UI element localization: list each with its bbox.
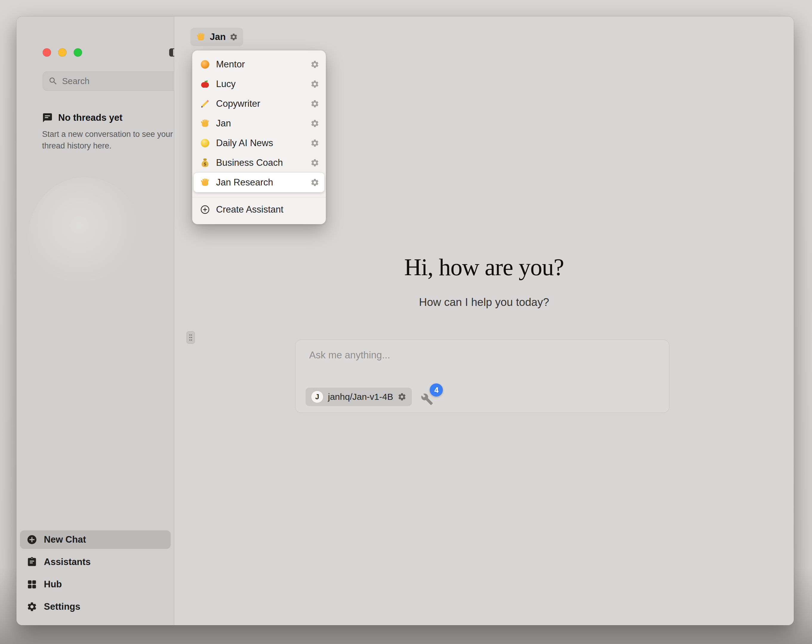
gear-icon xyxy=(229,33,238,41)
assistant-menu-item-jan-research[interactable]: Jan Research xyxy=(194,173,324,192)
window-controls xyxy=(43,48,82,57)
yellow-circle-icon xyxy=(200,138,210,148)
model-settings-icon[interactable] xyxy=(397,392,406,401)
pencil-icon xyxy=(200,99,210,109)
nav-label: Settings xyxy=(44,601,80,612)
sidebar-nav: New Chat Assistants Hub xyxy=(20,530,171,616)
svg-text:$: $ xyxy=(203,162,206,166)
greeting-subtitle: How can I help you today? xyxy=(174,296,794,309)
sidebar: No threads yet Start a new conversation … xyxy=(17,17,174,625)
chat-input[interactable] xyxy=(309,349,655,370)
create-assistant-button[interactable]: Create Assistant xyxy=(192,200,326,219)
create-assistant-label: Create Assistant xyxy=(216,204,319,215)
wave-icon xyxy=(196,32,206,42)
sidebar-item-assistants[interactable]: Assistants xyxy=(20,553,171,571)
chat-composer: J janhq/Jan-v1-4B 4 xyxy=(295,340,669,413)
apple-icon xyxy=(200,79,210,89)
nav-label: Hub xyxy=(44,579,62,590)
assistant-menu-item-jan[interactable]: Jan xyxy=(192,114,326,133)
nav-label: New Chat xyxy=(44,534,86,545)
assistant-menu-label: Jan Research xyxy=(216,177,304,188)
sidebar-item-hub[interactable]: Hub xyxy=(20,575,171,594)
tools-button[interactable]: 4 xyxy=(421,388,438,405)
assistant-menu-item-lucy[interactable]: Lucy xyxy=(192,74,326,94)
model-name: janhq/Jan-v1-4B xyxy=(328,392,393,402)
assistant-menu: Mentor Lucy xyxy=(192,50,326,224)
assistant-selector-label: Jan xyxy=(210,32,226,42)
assistant-menu-label: Copywriter xyxy=(216,98,304,109)
model-avatar: J xyxy=(311,391,324,403)
orange-circle-icon xyxy=(200,59,210,70)
main-area: Jan Mentor Lucy xyxy=(174,17,794,625)
clipboard-icon xyxy=(27,557,37,567)
sidebar-resize-handle[interactable] xyxy=(186,331,195,344)
assistant-settings-icon[interactable] xyxy=(310,119,319,128)
empty-state-description: Start a new conversation to see your thr… xyxy=(42,128,176,152)
plus-circle-icon xyxy=(27,534,37,545)
assistant-menu-label: Lucy xyxy=(216,79,304,90)
grid-icon xyxy=(27,579,37,590)
tools-count-badge: 4 xyxy=(430,384,443,397)
empty-state-title: No threads yet xyxy=(58,113,122,123)
model-selector-button[interactable]: J janhq/Jan-v1-4B xyxy=(305,388,412,406)
wrench-icon xyxy=(421,393,433,405)
gear-icon xyxy=(27,601,37,612)
sidebar-item-new-chat[interactable]: New Chat xyxy=(20,530,171,549)
assistant-settings-icon[interactable] xyxy=(310,60,319,69)
assistant-menu-item-daily-ai-news[interactable]: Daily AI News xyxy=(192,133,326,153)
assistant-menu-label: Business Coach xyxy=(216,157,304,168)
grip-dots-icon xyxy=(189,333,193,341)
assistant-settings-icon[interactable] xyxy=(310,99,319,108)
assistant-menu-label: Jan xyxy=(216,118,304,129)
close-button[interactable] xyxy=(43,48,51,57)
assistant-menu-item-business-coach[interactable]: $ Business Coach xyxy=(192,153,326,173)
search-icon xyxy=(48,76,58,86)
nav-label: Assistants xyxy=(44,557,91,567)
money-bag-icon: $ xyxy=(200,158,210,168)
decorative-sheen xyxy=(28,177,142,297)
minimize-button[interactable] xyxy=(58,48,67,57)
assistant-settings-icon[interactable] xyxy=(310,139,319,148)
greeting-title: Hi, how are you? xyxy=(174,254,794,281)
chat-bubble-icon xyxy=(42,113,53,123)
assistant-menu-label: Daily AI News xyxy=(216,138,304,148)
assistant-settings-icon[interactable] xyxy=(310,79,319,88)
search-field xyxy=(43,72,180,91)
plus-circle-outline-icon xyxy=(200,204,210,215)
assistant-menu-item-copywriter[interactable]: Copywriter xyxy=(192,94,326,114)
assistant-selector-button[interactable]: Jan xyxy=(191,28,243,46)
zoom-button[interactable] xyxy=(74,48,82,57)
search-input[interactable] xyxy=(62,76,175,86)
assistant-settings-icon[interactable] xyxy=(310,158,319,167)
sidebar-item-settings[interactable]: Settings xyxy=(20,597,171,616)
assistant-menu-label: Mentor xyxy=(216,59,304,70)
wave-icon xyxy=(200,177,210,187)
app-window: No threads yet Start a new conversation … xyxy=(17,17,794,625)
threads-empty-state: No threads yet Start a new conversation … xyxy=(42,113,176,152)
wave-icon xyxy=(200,118,210,128)
assistant-settings-icon[interactable] xyxy=(310,178,319,187)
assistant-menu-item-mentor[interactable]: Mentor xyxy=(192,55,326,74)
